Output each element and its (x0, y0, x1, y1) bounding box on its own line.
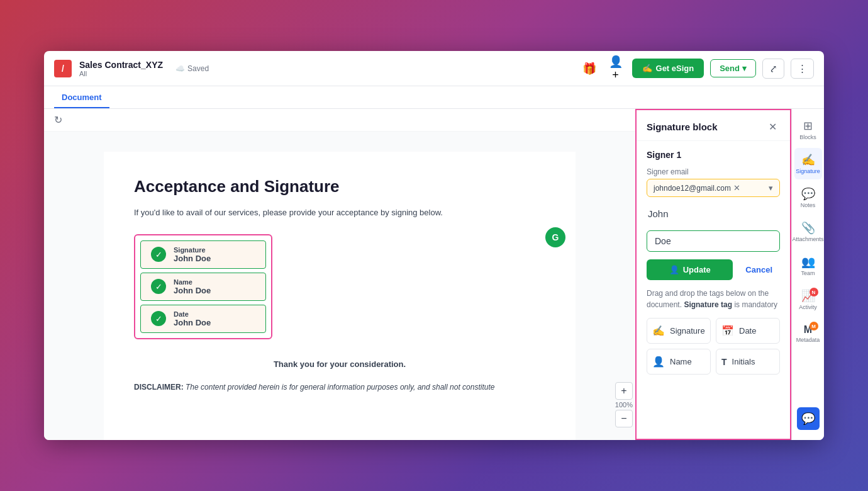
tag-name[interactable]: 👤 Name (647, 349, 711, 375)
doc-heading: Acceptance and Signature (134, 177, 545, 196)
chevron-down-icon: ▾ (742, 64, 747, 73)
header-title-block: Sales Contract_XYZ All (79, 60, 163, 77)
update-user-icon: 👤 (669, 265, 679, 274)
zoom-in-button[interactable]: + (615, 382, 633, 400)
date-tag-icon: 📅 (721, 325, 734, 337)
right-sidebar: ⊞ Blocks ✍ Signature 💬 Notes 📎 Attachmen… (791, 109, 824, 440)
sig-name-signature: John Doe (174, 254, 211, 263)
sig-block-signature: ✓ Signature John Doe (140, 240, 266, 269)
signature-sidebar-icon: ✍ (801, 153, 815, 167)
sidebar-item-notes[interactable]: 💬 Notes (794, 182, 822, 213)
doc-thank-you: Thank you for your consideration. (134, 359, 545, 369)
activity-badge: N (810, 288, 818, 296)
drag-hint: Drag and drop the tags below on the docu… (647, 288, 780, 310)
sig-block-name: ✓ Name John Doe (140, 273, 266, 301)
sig-label-name: Name (174, 278, 211, 286)
email-form-group: Signer email johndoe12@gmail.com ✕ ▾ (647, 167, 780, 197)
doc-disclaimer: DISCLAIMER: The content provided herein … (134, 381, 545, 393)
sig-label-signature: Signature (174, 246, 211, 254)
tab-bar: Document (44, 86, 824, 109)
last-name-input[interactable] (647, 230, 780, 252)
check-icon-date: ✓ (151, 311, 166, 326)
tag-grid: ✍ Signature 📅 Date 👤 Name T Initials (647, 318, 780, 375)
email-tag: johndoe12@gmail.com ✕ (654, 183, 740, 193)
first-name-display: John (647, 205, 780, 223)
saved-indicator: ☁️ Saved (175, 64, 209, 73)
zoom-controls: + 100% − (615, 382, 635, 427)
sidebar-item-blocks[interactable]: ⊞ Blocks (794, 114, 822, 145)
signature-tag-icon: ✍ (652, 325, 665, 337)
esign-icon: ✍️ (642, 64, 652, 73)
sig-panel-body: Signer 1 Signer email johndoe12@gmail.co… (637, 141, 790, 383)
doc-page: Acceptance and Signature If you'd like t… (104, 152, 576, 440)
sidebar-item-attachments[interactable]: 📎 Attachments (794, 216, 822, 247)
header: / Sales Contract_XYZ All ☁️ Saved 🎁 👤+ ✍… (44, 51, 824, 86)
get-esign-button[interactable]: ✍️ Get eSign (632, 59, 704, 78)
document-area: ↻ Acceptance and Signature If you'd like… (44, 109, 635, 440)
sidebar-item-metadata[interactable]: M M Metadata (794, 318, 822, 349)
sig-name-date: John Doe (174, 318, 211, 327)
check-icon-signature: ✓ (151, 247, 166, 262)
tag-date[interactable]: 📅 Date (716, 318, 780, 344)
main-content: ↻ Acceptance and Signature If you'd like… (44, 109, 824, 440)
share-button[interactable]: ⤤ (762, 59, 784, 79)
doc-scroll-area[interactable]: Acceptance and Signature If you'd like t… (44, 132, 635, 440)
zoom-level: 100% (615, 401, 633, 409)
close-panel-button[interactable]: ✕ (765, 119, 780, 134)
doc-toolbar: ↻ (44, 109, 635, 132)
signature-blocks-container: ✓ Signature John Doe ✓ Name John Doe (134, 234, 272, 339)
document-title: Sales Contract_XYZ (79, 60, 163, 70)
refresh-icon[interactable]: ↻ (54, 114, 62, 126)
gift-button[interactable]: 🎁 (579, 59, 599, 79)
more-options-button[interactable]: ⋮ (791, 59, 814, 79)
attachments-icon: 📎 (801, 221, 815, 235)
panel-buttons: 👤 Update Cancel (647, 259, 780, 280)
email-remove-button[interactable]: ✕ (733, 183, 740, 193)
blocks-icon: ⊞ (803, 119, 813, 133)
cloud-icon: ☁️ (175, 64, 185, 73)
sidebar-item-activity[interactable]: N 📈 Activity (794, 284, 822, 315)
tag-signature[interactable]: ✍ Signature (647, 318, 711, 344)
app-window: / Sales Contract_XYZ All ☁️ Saved 🎁 👤+ ✍… (44, 51, 824, 440)
check-icon-name: ✓ (151, 279, 166, 294)
add-user-button[interactable]: 👤+ (606, 59, 626, 79)
grammarly-widget[interactable]: G (545, 227, 565, 247)
email-value: johndoe12@gmail.com (654, 184, 731, 193)
team-icon: 👥 (801, 255, 815, 269)
update-button[interactable]: 👤 Update (647, 259, 733, 280)
app-logo: / (54, 60, 72, 77)
notes-icon: 💬 (801, 187, 815, 201)
header-actions: 🎁 👤+ ✍️ Get eSign Send ▾ ⤤ ⋮ (579, 59, 814, 79)
sig-name-name: John Doe (174, 286, 211, 295)
doc-intro: If you'd like to avail of our services, … (134, 206, 545, 219)
tag-initials[interactable]: T Initials (716, 349, 780, 375)
send-button[interactable]: Send ▾ (710, 59, 756, 77)
sidebar-item-team[interactable]: 👥 Team (794, 250, 822, 281)
sig-label-date: Date (174, 310, 211, 318)
tab-document[interactable]: Document (54, 87, 109, 108)
name-tag-icon: 👤 (652, 356, 665, 368)
email-label: Signer email (647, 167, 780, 176)
signer-email-field[interactable]: johndoe12@gmail.com ✕ ▾ (647, 179, 780, 197)
email-dropdown-icon[interactable]: ▾ (769, 183, 773, 193)
chat-fab-button[interactable]: 💬 (797, 407, 820, 430)
sig-panel-title: Signature block (647, 121, 718, 132)
sig-block-date: ✓ Date John Doe (140, 305, 266, 333)
sig-panel-header: Signature block ✕ (637, 110, 790, 141)
sidebar-item-signature[interactable]: ✍ Signature (794, 148, 822, 179)
initials-tag-icon: T (721, 357, 727, 367)
document-subtitle: All (79, 70, 163, 77)
signer-label: Signer 1 (647, 150, 780, 160)
cancel-button[interactable]: Cancel (738, 259, 780, 280)
metadata-badge: M (810, 322, 818, 330)
signature-panel: Signature block ✕ Signer 1 Signer email … (635, 109, 791, 440)
zoom-out-button[interactable]: − (615, 410, 633, 427)
